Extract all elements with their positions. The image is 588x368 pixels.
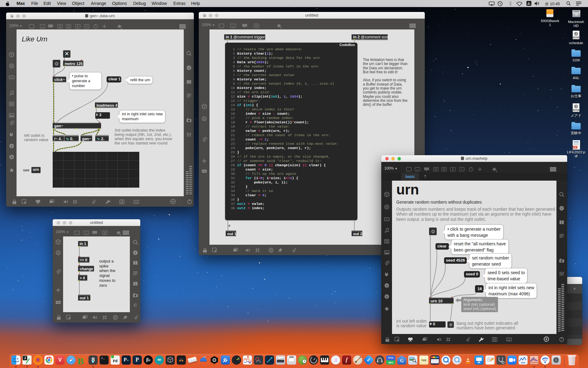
svg-text:m: m [85,232,88,235]
svg-text:b: b [11,155,13,159]
svg-text:b: b [386,295,388,298]
svg-text:m: m [42,25,44,28]
svg-text:v: v [11,144,13,148]
svg-text:intel: intel [521,362,525,364]
svg-text:C: C [134,302,137,308]
svg-text:v: v [386,284,388,287]
svg-text:m: m [417,168,419,171]
svg-text:m: m [232,25,234,28]
